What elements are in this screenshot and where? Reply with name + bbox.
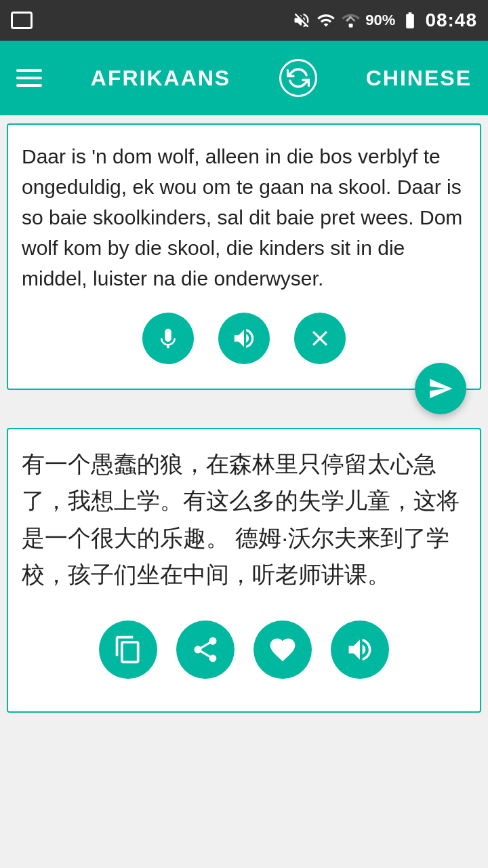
source-text[interactable]: Daar is 'n dom wolf, alleen in die bos v… [22,141,466,294]
target-panel: 有一个愚蠢的狼，在森林里只停留太心急了，我想上学。有这么多的失学儿童，这将是一个… [7,428,481,713]
screen-icon [11,12,33,29]
header: AFRIKAANS CHINESE [0,41,488,115]
battery-text: 90% [365,12,395,29]
menu-button[interactable] [16,69,42,87]
source-action-row [22,313,466,375]
share-button[interactable] [176,620,235,679]
source-language-label: AFRIKAANS [91,66,230,91]
status-left [11,12,33,29]
microphone-button[interactable] [142,313,194,364]
time-display: 08:48 [425,9,477,31]
speaker-source-button[interactable] [218,313,270,364]
target-text: 有一个愚蠢的狼，在森林里只停留太心急了，我想上学。有这么多的失学儿童，这将是一个… [22,446,466,593]
battery-icon [401,11,420,30]
target-action-row [22,620,466,686]
status-right: 90% 08:48 [292,9,477,31]
svg-rect-0 [349,24,353,28]
copy-button[interactable] [99,620,157,679]
clear-button[interactable] [294,313,346,364]
translate-button[interactable] [415,363,466,414]
source-panel: Daar is 'n dom wolf, alleen in die bos v… [7,123,481,390]
speaker-target-button[interactable] [331,620,389,679]
status-bar: 90% 08:48 [0,0,488,41]
target-language-label: CHINESE [366,66,472,91]
swap-languages-button[interactable] [279,59,317,97]
signal-icon [341,11,360,30]
wifi-icon [317,11,336,30]
mute-icon [292,11,311,30]
favorite-button[interactable] [253,620,312,679]
